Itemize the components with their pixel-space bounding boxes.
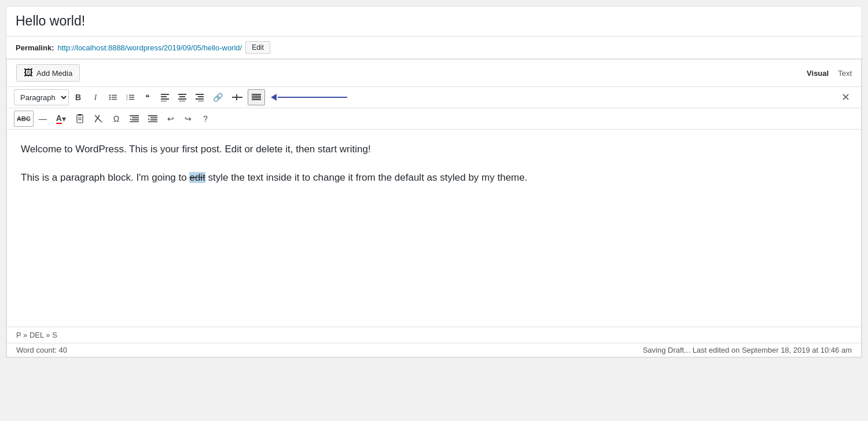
- svg-rect-25: [236, 94, 237, 100]
- fullscreen-button[interactable]: ✕: [837, 89, 854, 105]
- svg-rect-31: [78, 114, 82, 116]
- svg-rect-32: [78, 118, 82, 118]
- editor-header: 🖼 Add Media Visual Text: [7, 60, 861, 87]
- toolbar-row-1: Paragraph Heading 1 Heading 2 Heading 3 …: [7, 87, 861, 108]
- svg-point-4: [109, 98, 111, 100]
- redo-button[interactable]: ↪: [180, 111, 196, 127]
- align-left-button[interactable]: [157, 89, 173, 105]
- svg-rect-1: [112, 95, 117, 96]
- svg-rect-27: [252, 96, 261, 97]
- arrow-annotation: [271, 94, 347, 101]
- arrow-line: [278, 97, 347, 98]
- permalink-link[interactable]: http://localhost:8888/wordpress/2019/09/…: [57, 43, 242, 52]
- indent-button[interactable]: [144, 111, 161, 127]
- svg-rect-44: [148, 122, 157, 123]
- strikethrough-button[interactable]: ABC: [14, 111, 34, 127]
- svg-rect-39: [130, 122, 139, 123]
- permalink-edit-button[interactable]: Edit: [245, 41, 270, 54]
- permalink-label: Permalink:: [16, 43, 54, 52]
- svg-rect-41: [148, 115, 157, 116]
- add-media-icon: 🖼: [24, 68, 33, 78]
- ordered-list-button[interactable]: 1.2.3.: [122, 89, 138, 105]
- permalink-row: Permalink: http://localhost:8888/wordpre…: [6, 36, 862, 59]
- breadcrumb: P » DEL » S: [16, 331, 57, 339]
- svg-rect-19: [179, 101, 185, 101]
- svg-rect-37: [132, 118, 139, 119]
- svg-rect-20: [196, 94, 204, 95]
- paste-from-word-button[interactable]: [71, 111, 89, 127]
- editor-breadcrumb-row: P » DEL » S: [7, 327, 861, 343]
- paragraph2-highlighted: edit: [189, 172, 205, 183]
- word-count-value: 40: [58, 346, 67, 354]
- editor-wrapper: 🖼 Add Media Visual Text Paragraph Headin…: [6, 59, 862, 357]
- svg-rect-3: [112, 97, 117, 97]
- outdent-button[interactable]: [126, 111, 143, 127]
- svg-point-2: [109, 97, 111, 98]
- svg-rect-43: [150, 119, 157, 120]
- bold-button[interactable]: B: [70, 89, 86, 105]
- svg-rect-33: [78, 119, 82, 120]
- svg-point-0: [109, 94, 111, 96]
- svg-rect-18: [178, 98, 186, 100]
- help-button[interactable]: ?: [197, 111, 214, 127]
- paragraph2-after: style the text inside it to change it fr…: [205, 172, 528, 183]
- svg-marker-45: [148, 118, 150, 120]
- svg-rect-12: [161, 94, 169, 95]
- tab-visual[interactable]: Visual: [807, 68, 829, 79]
- svg-rect-42: [150, 118, 157, 119]
- toolbar-row-2: ABC — A▾ Ω ↩ ↪ ?: [7, 108, 861, 130]
- save-status: Saving Draft... Last edited on September…: [643, 346, 852, 354]
- paragraph2-before: This is a paragraph block. I'm going to: [21, 172, 189, 183]
- svg-rect-5: [112, 99, 117, 100]
- horizontal-rule-button[interactable]: —: [35, 111, 51, 127]
- toggle-toolbar-button[interactable]: [248, 89, 265, 105]
- paragraph-format-select[interactable]: Paragraph Heading 1 Heading 2 Heading 3: [14, 89, 69, 105]
- link-button[interactable]: 🔗: [209, 89, 227, 105]
- view-tabs: Visual Text: [807, 68, 852, 79]
- svg-rect-30: [77, 115, 83, 123]
- svg-rect-14: [161, 98, 169, 100]
- title-section: [6, 6, 862, 36]
- svg-rect-13: [161, 96, 167, 97]
- content-paragraph-2: This is a paragraph block. I'm going to …: [21, 170, 847, 186]
- text-color-button[interactable]: A▾: [52, 111, 70, 127]
- tab-text[interactable]: Text: [838, 68, 852, 79]
- more-button[interactable]: [228, 89, 247, 105]
- word-count-area: Word count: 40: [16, 346, 67, 354]
- svg-rect-36: [130, 115, 139, 116]
- svg-rect-28: [252, 97, 261, 98]
- svg-rect-16: [178, 94, 186, 95]
- svg-text:3.: 3.: [126, 98, 128, 101]
- svg-rect-17: [179, 96, 185, 97]
- svg-rect-21: [198, 96, 204, 97]
- special-chars-button[interactable]: Ω: [108, 111, 124, 127]
- svg-rect-38: [132, 119, 139, 120]
- svg-rect-26: [252, 94, 261, 95]
- word-count-label: Word count:: [16, 346, 57, 354]
- unordered-list-button[interactable]: [105, 89, 121, 105]
- undo-button[interactable]: ↩: [163, 111, 179, 127]
- svg-rect-11: [129, 99, 134, 100]
- clear-formatting-button[interactable]: [90, 111, 107, 127]
- add-media-button[interactable]: 🖼 Add Media: [16, 64, 80, 82]
- svg-rect-15: [161, 101, 167, 101]
- blockquote-button[interactable]: ❝: [139, 89, 156, 105]
- align-center-button[interactable]: [174, 89, 190, 105]
- editor-content-area[interactable]: Welcome to WordPress. This is your first…: [7, 130, 861, 327]
- svg-rect-22: [196, 98, 204, 100]
- svg-rect-7: [129, 95, 134, 96]
- arrow-head-icon: [271, 94, 277, 101]
- svg-rect-29: [252, 99, 261, 100]
- svg-rect-9: [129, 97, 134, 97]
- svg-marker-40: [130, 118, 131, 120]
- add-media-label: Add Media: [36, 69, 72, 78]
- align-right-button[interactable]: [192, 89, 208, 105]
- editor-footer-bar: Word count: 40 Saving Draft... Last edit…: [7, 343, 861, 357]
- svg-rect-23: [198, 101, 204, 101]
- italic-button[interactable]: I: [87, 89, 104, 105]
- post-title-input[interactable]: [16, 13, 852, 29]
- content-paragraph-1: Welcome to WordPress. This is your first…: [21, 141, 847, 158]
